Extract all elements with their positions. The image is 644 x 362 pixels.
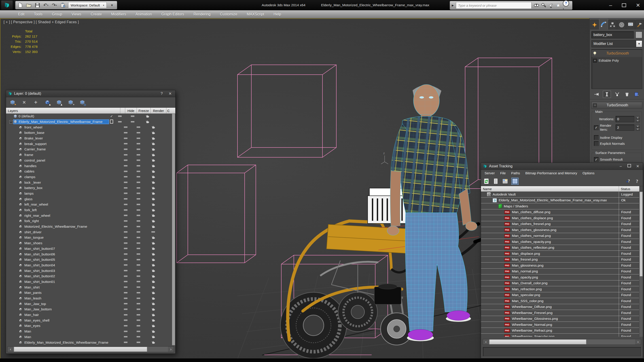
- asset-horizontal-scrollbar[interactable]: ‹ ›: [483, 339, 641, 345]
- menu-edit[interactable]: Edit: [14, 10, 29, 18]
- freeze-toggle[interactable]: [132, 287, 145, 288]
- hide-toggle[interactable]: [120, 270, 132, 272]
- hide-toggle[interactable]: [120, 320, 132, 321]
- freeze-toggle[interactable]: [132, 176, 145, 178]
- asset-row-wheelbarrow-normal-png[interactable]: PNGWheelbarrow_Normal.pngFound: [481, 322, 643, 328]
- hide-toggle[interactable]: [120, 314, 132, 316]
- hide-toggle[interactable]: [120, 303, 132, 305]
- properties-view-icon[interactable]: [502, 178, 508, 184]
- render-toggle[interactable]: [145, 159, 161, 162]
- col-color[interactable]: C: [166, 108, 172, 113]
- explicit-normals-checkbox[interactable]: [594, 141, 598, 146]
- render-toggle[interactable]: [145, 192, 161, 195]
- asset-row-man-clothes-fresnel-png[interactable]: PNGMan_clothes_fresnel.pngFound: [481, 221, 643, 227]
- asset-row-man-clothes-displace-png[interactable]: PNGMan_clothes_displace.pngFound: [481, 215, 643, 221]
- hide-toggle[interactable]: [120, 220, 132, 222]
- menu-options[interactable]: Options: [580, 170, 597, 177]
- object-row-man-shirt-button07[interactable]: Man_shirt_button07: [6, 246, 175, 252]
- hide-toggle[interactable]: [120, 298, 132, 299]
- freeze-toggle[interactable]: [132, 209, 145, 211]
- render-toggle[interactable]: [145, 164, 161, 168]
- hide-toggle[interactable]: [120, 292, 132, 294]
- menu-modifiers[interactable]: Modifiers: [106, 10, 131, 18]
- object-row-man[interactable]: Man: [6, 334, 175, 340]
- render-toggle[interactable]: [145, 153, 161, 157]
- asset-row-man-displace-png[interactable]: PNGMan_displace.pngFound: [481, 251, 643, 257]
- freeze-toggle[interactable]: [132, 270, 145, 272]
- freeze-toggle[interactable]: [126, 121, 140, 123]
- infocenter-expand-icon[interactable]: ▶: [452, 4, 454, 7]
- col-freeze[interactable]: Freeze: [137, 108, 151, 113]
- hide-toggle[interactable]: [120, 248, 132, 249]
- close-button[interactable]: ×: [636, 2, 640, 8]
- menu-maxscript[interactable]: MAXScript: [242, 10, 269, 18]
- asset-row-man-fresnel-png[interactable]: PNGMan_fresnel.pngFound: [481, 257, 643, 263]
- hide-toggle[interactable]: [120, 325, 132, 327]
- isoline-display-checkbox[interactable]: [594, 135, 598, 140]
- key-subscription-icon[interactable]: [541, 3, 546, 8]
- table-view-icon[interactable]: [512, 178, 518, 185]
- iterations-field[interactable]: 0: [616, 116, 634, 122]
- menu-group[interactable]: Group: [47, 10, 67, 18]
- collapse-icon[interactable]: −: [10, 120, 13, 124]
- object-row-man-eyes-shell[interactable]: Man_eyes_shell: [6, 318, 175, 323]
- app-logo[interactable]: [1, 0, 13, 10]
- hide-toggle[interactable]: [120, 193, 132, 194]
- object-row-bottom-base[interactable]: bottom_base: [6, 130, 175, 136]
- col-hide[interactable]: Hide: [125, 108, 137, 113]
- freeze-toggle[interactable]: [132, 160, 145, 161]
- modifier-list-dropdown[interactable]: Modifier List ▼: [592, 40, 642, 47]
- communication-center-icon[interactable]: [548, 3, 554, 8]
- object-row-man-eyes[interactable]: Man_eyes: [6, 323, 175, 329]
- freeze-toggle[interactable]: [132, 264, 145, 266]
- hide-toggle[interactable]: [120, 171, 132, 172]
- freeze-toggle[interactable]: [132, 126, 145, 128]
- menu-rendering[interactable]: Rendering: [189, 10, 215, 18]
- object-row-control-panel[interactable]: control_panel: [6, 158, 175, 163]
- object-row-man[interactable]: Man: [6, 329, 175, 334]
- freeze-toggle[interactable]: [132, 226, 145, 228]
- stack-item-turbosmooth[interactable]: TurboSmooth: [592, 50, 642, 57]
- help-icon[interactable]: ? ▾: [563, 0, 570, 10]
- render-toggle[interactable]: [145, 137, 161, 140]
- render-iters-spinner[interactable]: ▲▼: [636, 124, 640, 131]
- hide-toggle[interactable]: [120, 132, 132, 134]
- tab-modify[interactable]: [599, 19, 608, 29]
- list-view-icon[interactable]: [492, 178, 499, 184]
- context-help-icon[interactable]: ?: [634, 178, 641, 184]
- asset-row-elderly-man-motorized-electric-wheelbarrow-frame-max-vray-max[interactable]: 3Elderly_Man_Motorized_Electric_Wheelbar…: [481, 198, 643, 204]
- hide-toggle[interactable]: [120, 287, 132, 288]
- asset-row-maps-shaders[interactable]: Maps / Shaders: [481, 203, 643, 209]
- asset-row-wheelbarrow-glossiness-png[interactable]: PNGWheelbarrow_Glossiness.pngFound: [481, 316, 643, 322]
- object-row-break-support[interactable]: break_support: [6, 141, 175, 147]
- object-row-man-shirt-button04[interactable]: Man_shirt_button04: [6, 263, 175, 268]
- object-row-lock-lever[interactable]: lock _lever: [6, 180, 175, 185]
- render-toggle[interactable]: [145, 236, 161, 239]
- tab-utilities[interactable]: [635, 20, 644, 29]
- freeze-toggle[interactable]: [132, 314, 145, 316]
- freeze-toggle[interactable]: [132, 336, 145, 338]
- object-row-shirt-driver[interactable]: shirt_driver: [6, 229, 175, 235]
- freeze-toggle[interactable]: [132, 220, 145, 222]
- render-toggle[interactable]: [145, 308, 161, 311]
- freeze-toggle[interactable]: [132, 253, 145, 255]
- asset-dialog-titlebar[interactable]: Asset Tracking – ×: [481, 163, 643, 170]
- object-row-handles[interactable]: handles: [6, 163, 175, 169]
- viewport-label[interactable]: [ + ] [ Perspective ] [ Shaded + Edged F…: [4, 20, 79, 24]
- asset-row-man-opacity-png[interactable]: PNGMan_opacity.pngFound: [481, 274, 643, 281]
- freeze-toggle[interactable]: [132, 309, 145, 310]
- freeze-toggle[interactable]: [132, 171, 145, 172]
- create-new-layer-icon[interactable]: ✦: [9, 99, 16, 106]
- menu-views[interactable]: Views: [67, 10, 86, 18]
- menu-bitmap-performance-and-memory[interactable]: Bitmap Performance and Memory: [522, 170, 580, 177]
- iterations-spinner[interactable]: ▲▼: [636, 116, 640, 122]
- object-row-man-shirt-button06[interactable]: Man_shirt_button06: [6, 251, 175, 257]
- col-layers[interactable]: Layers: [6, 108, 120, 113]
- scroll-right-icon[interactable]: ›: [168, 347, 174, 352]
- render-toggle[interactable]: [145, 341, 161, 344]
- object-row-battery-box[interactable]: battery_box: [6, 185, 175, 191]
- object-row-man-leash[interactable]: Man_leash: [6, 296, 175, 301]
- render-toggle[interactable]: [145, 197, 161, 201]
- layer-dialog-close-button[interactable]: ×: [167, 91, 174, 96]
- asset-row-man-overall-color-png[interactable]: PNGMan_Overall_color.pngFound: [481, 281, 643, 287]
